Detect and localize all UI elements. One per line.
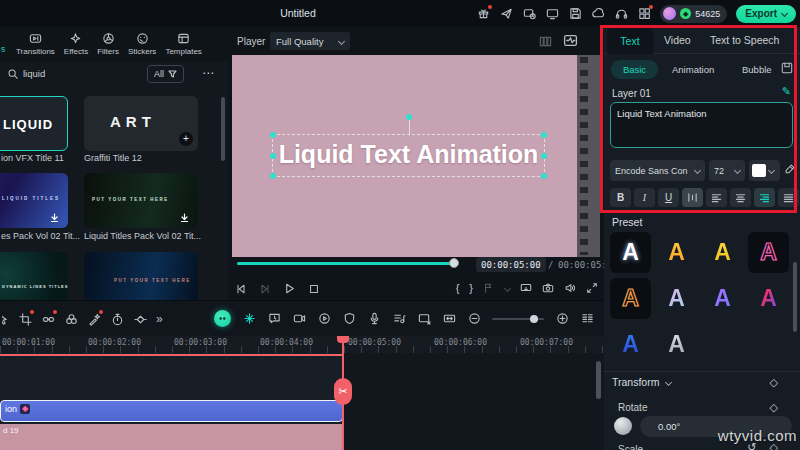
preset-tile-yellow[interactable]: A — [702, 232, 743, 273]
next-frame-icon[interactable] — [259, 283, 271, 295]
tab-text[interactable]: Text — [607, 27, 653, 54]
preset-tile-pink-outline[interactable]: A — [748, 232, 789, 273]
letter-spacing-button[interactable] — [682, 188, 703, 207]
audio-mixer-icon[interactable] — [392, 312, 406, 326]
previous-frame-icon[interactable] — [235, 283, 247, 295]
feedback-icon[interactable] — [522, 7, 536, 21]
zoom-slider[interactable] — [492, 318, 544, 320]
split-scissors-button[interactable]: ✂ — [334, 378, 352, 405]
ai-tools-icon[interactable] — [87, 312, 101, 326]
snapshot-camera-icon[interactable] — [542, 282, 554, 294]
save-preset-icon[interactable] — [781, 62, 793, 74]
title-thumb-liquid[interactable]: LIQUID — [0, 96, 68, 151]
marker-flag-icon[interactable] — [483, 282, 495, 294]
filter-all-button[interactable]: All — [147, 65, 184, 83]
share-icon[interactable] — [499, 7, 513, 21]
export-button[interactable]: Export — [736, 5, 796, 23]
underline-button[interactable]: U — [658, 188, 679, 207]
canvas-title-text[interactable]: Liquid Text Animation — [272, 140, 545, 169]
font-family-select[interactable]: Encode Sans Con — [610, 160, 705, 181]
justify-button[interactable] — [778, 188, 799, 207]
zoom-slider-knob[interactable] — [530, 315, 538, 323]
crop-icon[interactable] — [18, 312, 32, 326]
mark-in-icon[interactable]: { — [456, 282, 460, 294]
voiceover-bubble-icon[interactable] — [267, 312, 281, 326]
panel-scrollbar[interactable] — [793, 262, 797, 332]
eyedropper-icon[interactable] — [784, 163, 796, 175]
more-options-icon[interactable]: ⋯ — [202, 66, 214, 80]
resize-handle-se[interactable] — [541, 173, 547, 179]
align-center-button[interactable] — [730, 188, 751, 207]
tab-effects[interactable]: Effects — [64, 32, 88, 56]
mark-out-icon[interactable]: } — [469, 282, 473, 294]
support-headset-icon[interactable] — [614, 7, 628, 21]
fullscreen-icon[interactable] — [586, 282, 598, 294]
track-height-icon[interactable] — [580, 312, 594, 326]
cloud-upload-icon[interactable] — [591, 7, 605, 21]
play-icon[interactable] — [283, 282, 296, 295]
render-preview-icon[interactable] — [317, 312, 331, 326]
title-thumb-liquid-pack-2[interactable]: PUT YOUR TEXT HERE — [84, 173, 198, 228]
resize-handle-sw[interactable] — [270, 173, 276, 179]
edit-pen-icon[interactable]: ✎ — [782, 85, 791, 98]
media-scrollbar[interactable] — [221, 97, 225, 161]
rotate-keyframe-icon[interactable]: ◇ — [770, 401, 778, 414]
mask-shield-icon[interactable] — [342, 312, 356, 326]
playhead-handle[interactable] — [337, 336, 349, 343]
gift-icon[interactable] — [476, 7, 490, 21]
preset-tile-pink-cyan[interactable]: A — [656, 278, 697, 319]
download-icon[interactable] — [179, 212, 190, 223]
download-icon[interactable] — [49, 212, 60, 223]
select-tool-icon[interactable] — [2, 312, 9, 326]
title-thumb-liquid-pack-1[interactable]: LIQUID TITLES — [0, 173, 68, 228]
preset-tile-red-blue[interactable]: A — [748, 278, 789, 319]
transform-keyframe-icon[interactable]: ◇ — [770, 376, 778, 389]
preview-canvas[interactable]: Liquid Text Animation — [232, 55, 600, 257]
resize-handle-nw[interactable] — [270, 132, 276, 138]
tab-templates[interactable]: Templates — [165, 32, 201, 56]
bold-button[interactable]: B — [610, 188, 631, 207]
tab-titles-partial[interactable]: s — [1, 44, 5, 54]
avatar[interactable] — [663, 7, 676, 20]
timeline-ruler[interactable]: 00:00:01:00 00:00:02:00 00:00:03:00 00:0… — [0, 336, 604, 353]
fit-timeline-icon[interactable] — [442, 312, 456, 326]
title-thumb-dynamic-lines[interactable]: DYNAMIC LINES TITLES — [0, 252, 68, 300]
subtab-animation[interactable]: Animation — [672, 64, 714, 75]
display-icon[interactable] — [545, 7, 559, 21]
tab-text-to-speech[interactable]: Text to Speech — [710, 34, 779, 46]
italic-button[interactable]: I — [634, 188, 655, 207]
timeline-clip-title[interactable]: ion◆ — [0, 400, 343, 422]
preset-tile-blue[interactable]: A — [610, 324, 651, 365]
seek-knob[interactable] — [449, 258, 459, 268]
font-color-select[interactable] — [749, 160, 780, 181]
layout-columns-icon[interactable] — [539, 35, 552, 48]
group-link-icon[interactable] — [41, 312, 55, 326]
add-to-timeline-button[interactable]: + — [179, 132, 193, 146]
resize-handle-ne[interactable] — [541, 132, 547, 138]
zoom-in-icon[interactable] — [555, 312, 569, 326]
subtab-bubble[interactable]: Bubble — [742, 64, 772, 75]
align-right-button[interactable] — [754, 188, 775, 207]
rotate-handle[interactable] — [406, 114, 412, 120]
quality-dropdown[interactable]: Full Quality — [270, 32, 350, 50]
timeline-scrollbar[interactable] — [596, 361, 601, 399]
title-thumb-graffiti[interactable]: ART + — [84, 96, 198, 151]
zoom-out-icon[interactable] — [467, 312, 481, 326]
title-thumb-blue-wave[interactable]: PUT YOUR TEXT HERE — [84, 252, 198, 300]
apps-grid-icon[interactable] — [637, 7, 651, 21]
screen-record-icon[interactable] — [292, 312, 306, 326]
tab-filters[interactable]: Filters — [97, 32, 119, 56]
color-scope-icon[interactable] — [563, 33, 578, 48]
stop-icon[interactable] — [308, 283, 320, 295]
magnet-snap-icon[interactable] — [242, 312, 256, 326]
tab-stickers[interactable]: Stickers — [128, 32, 156, 56]
transform-section-header[interactable]: Transform — [612, 376, 671, 388]
align-left-button[interactable] — [706, 188, 727, 207]
search-icon[interactable] — [7, 68, 19, 80]
save-icon[interactable] — [568, 7, 582, 21]
record-voiceover-mic-icon[interactable] — [367, 312, 381, 326]
timeline-clip-media[interactable]: d 19 — [0, 424, 343, 450]
font-size-select[interactable]: 72 — [709, 160, 745, 181]
ai-copilot-icon[interactable] — [214, 310, 231, 327]
search-input[interactable]: liquid — [23, 68, 45, 79]
